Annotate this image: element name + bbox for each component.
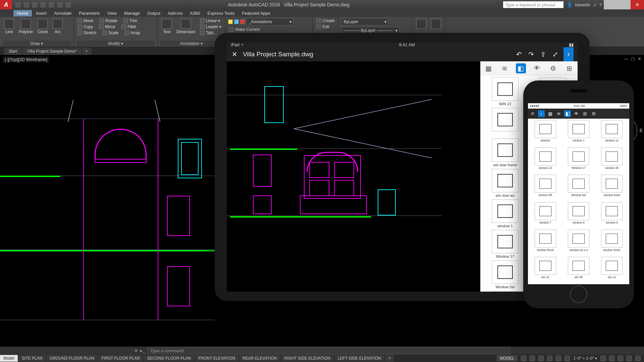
- exchange-icon[interactable]: ⤢: [593, 2, 597, 7]
- layout-tab-first-floor-plan[interactable]: FIRST FLOOR PLAN: [98, 355, 143, 362]
- menu-tab-featured-apps[interactable]: Featured Apps: [238, 10, 274, 16]
- anno-linear[interactable]: Linear ▾: [199, 18, 223, 23]
- layout-tab-right-side-elevation[interactable]: RIGHT SIDE ELEVATION: [281, 355, 334, 362]
- doc-tab-file[interactable]: Villa Project Sample Demo*: [22, 48, 81, 55]
- block-item[interactable]: window 12: [529, 147, 561, 174]
- anno-leader[interactable]: Leader ▾: [199, 24, 223, 29]
- anno-tabl[interactable]: Tabl…: [199, 30, 223, 36]
- block-item[interactable]: Window 5st: [482, 260, 528, 289]
- lineweight-icon[interactable]: [565, 356, 570, 361]
- block-item[interactable]: window 8: [562, 202, 594, 228]
- menu-tab-manage[interactable]: Manage: [121, 10, 143, 16]
- block-item[interactable]: window 1: [482, 199, 528, 228]
- bulb-icon[interactable]: [228, 19, 233, 24]
- snap-icon[interactable]: [530, 356, 535, 361]
- layout-tab-left-side-elevation[interactable]: LEFT SIDE ELEVATION: [334, 355, 384, 362]
- ipad-fullscreen-button[interactable]: ⤢: [551, 51, 559, 58]
- scale-button[interactable]: Scale: [101, 30, 119, 36]
- polar-icon[interactable]: [547, 356, 552, 361]
- ipad-panel-toggle[interactable]: ›: [564, 47, 574, 61]
- ipad-redo-button[interactable]: ↷: [527, 51, 535, 58]
- menu-tab-parametric[interactable]: Parametric: [75, 10, 103, 16]
- viewport-restore-icon[interactable]: ▢: [631, 56, 635, 61]
- ipad-drawing-canvas[interactable]: ⚡Quick Tools✎DrawAAnnotate⟟Measure↔Dimen…: [227, 61, 480, 292]
- isolate-icon[interactable]: [618, 356, 623, 361]
- block-item[interactable]: window 8: [482, 291, 528, 292]
- status-bar[interactable]: MODEL 1'-0" = 1'-0" ▾: [493, 355, 644, 361]
- phone-layouts-icon[interactable]: ▦: [547, 110, 553, 117]
- ribbon-tabs[interactable]: HomeInsertAnnotateParametricViewManageOu…: [0, 9, 644, 17]
- block-item[interactable]: window 1: [562, 120, 594, 146]
- workspace-icon[interactable]: [600, 356, 606, 361]
- viewport-label[interactable]: [-][Top][2D Wireframe]: [3, 56, 49, 63]
- block-item[interactable]: window rbnk1: [596, 230, 628, 256]
- close-cmd-icon[interactable]: ✕: [134, 348, 138, 353]
- block-item[interactable]: window 7: [529, 202, 561, 228]
- color-combo[interactable]: ByLayer: [341, 18, 388, 25]
- text-button[interactable]: Text: [160, 18, 173, 35]
- layout-tab-add[interactable]: +: [385, 355, 394, 362]
- pal-tab-blocks-icon[interactable]: ◧: [516, 63, 526, 73]
- layout-tabs[interactable]: ModelSITE PLANGROUND FLOOR PLANFIRST FLO…: [0, 355, 644, 362]
- block-item[interactable]: window 5ft: [529, 175, 561, 201]
- menu-tab-express-tools[interactable]: Express Tools: [204, 10, 238, 16]
- ipad-close-button[interactable]: ✕: [231, 51, 238, 58]
- menu-tab-add-ins[interactable]: Add-ins: [164, 10, 186, 16]
- ipad-undo-button[interactable]: ↶: [515, 51, 523, 58]
- create-block-button[interactable]: Create: [315, 18, 335, 23]
- layout-tab-rear-elevation[interactable]: REAR ELEVATION: [239, 355, 280, 362]
- block-item[interactable]: [482, 108, 528, 136]
- ipad-share-button[interactable]: ⇪: [539, 51, 547, 58]
- annotation-scale[interactable]: 1'-0" = 1'-0" ▾: [573, 356, 597, 361]
- menu-tab-annotate[interactable]: Annotate: [51, 10, 75, 16]
- arc-button[interactable]: Arc: [51, 18, 64, 35]
- block-item[interactable]: WIN 22: [482, 77, 528, 106]
- command-input[interactable]: Type a command: [147, 347, 510, 354]
- menu-tab-output[interactable]: Output: [144, 10, 164, 16]
- pal-tab-view-icon[interactable]: 👁: [532, 63, 542, 73]
- phone-layers-icon[interactable]: ≋: [555, 110, 562, 117]
- window-minimize-button[interactable]: —: [604, 0, 617, 9]
- pal-tab-more-icon[interactable]: ⊞: [565, 63, 575, 73]
- polyline-button[interactable]: Polyline: [17, 18, 34, 35]
- menu-tab-home[interactable]: Home: [13, 10, 32, 16]
- rotate-button[interactable]: Rotate: [98, 18, 118, 23]
- clipboard-button[interactable]: [430, 18, 442, 29]
- block-item[interactable]: window block: [529, 230, 561, 256]
- pal-tab-settings-icon[interactable]: ⚙: [548, 63, 558, 73]
- phone-blocks-icon[interactable]: ◧: [564, 110, 571, 117]
- modelspace-toggle[interactable]: MODEL: [497, 355, 518, 361]
- block-item[interactable]: Window 5st: [562, 175, 594, 201]
- layout-tab-second-floor-plan[interactable]: SECOND FLOOR PLAN: [144, 355, 195, 362]
- block-item[interactable]: win 5ft: [562, 257, 594, 283]
- pal-tab-layouts-icon[interactable]: ▦: [483, 63, 493, 73]
- clean-screen-icon[interactable]: [627, 356, 632, 361]
- osnap-icon[interactable]: [556, 356, 561, 361]
- array-button[interactable]: Array: [123, 30, 141, 36]
- block-item[interactable]: window 25: [596, 147, 628, 174]
- hardware-accel-icon[interactable]: [609, 356, 614, 361]
- menu-tab-a360[interactable]: A360: [186, 10, 203, 16]
- block-item[interactable]: window: [529, 120, 561, 146]
- mirror-button[interactable]: Mirror: [98, 24, 116, 29]
- customize-icon[interactable]: [635, 356, 641, 361]
- block-item[interactable]: win 22: [529, 257, 561, 283]
- phone-props-icon[interactable]: ⊞: [582, 110, 588, 117]
- layout-tab-site-plan[interactable]: SITE PLAN: [18, 355, 46, 362]
- viewport-minimize-icon[interactable]: —: [624, 56, 628, 61]
- help-icon[interactable]: ?: [599, 2, 602, 7]
- layout-tab-model[interactable]: Model: [0, 355, 18, 362]
- edit-block-button[interactable]: Edit: [315, 24, 335, 29]
- grid-icon[interactable]: [521, 356, 526, 361]
- fillet-button[interactable]: Fillet: [120, 24, 137, 29]
- block-item[interactable]: win 11: [596, 257, 628, 283]
- phone-settings-icon[interactable]: ⚙: [590, 110, 597, 117]
- phone-close-button[interactable]: ✕: [529, 110, 536, 117]
- dimension-button[interactable]: Dimension: [175, 18, 197, 35]
- freeze-icon[interactable]: [234, 19, 239, 24]
- block-item[interactable]: window 11: [596, 120, 628, 146]
- window-close-button[interactable]: ✕: [631, 0, 644, 9]
- block-item[interactable]: win dow frame: [482, 138, 528, 167]
- copy-button[interactable]: Copy: [76, 24, 94, 29]
- layout-tab-front-elevation[interactable]: FRONT ELEVATION: [195, 355, 238, 362]
